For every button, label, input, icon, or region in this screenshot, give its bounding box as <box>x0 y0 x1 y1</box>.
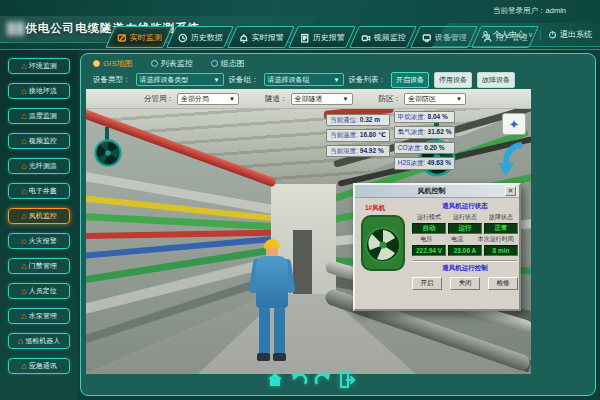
home-icon: ⌂ <box>18 337 23 346</box>
header: ██供电公司电缆隧道在线监测系统 实时监测 历史数据 实时报警 历史报警 视频监… <box>0 0 600 50</box>
sensor-oxygen: 氧气浓度:31.62 % <box>394 126 456 138</box>
tab-label: 视频监控 <box>374 32 406 43</box>
sidebar-item-fan-monitor[interactable]: ⌂风机监控 <box>8 208 70 224</box>
sidebar-item-access-control[interactable]: ⌂门禁管理 <box>8 258 70 274</box>
home-icon: ⌂ <box>21 112 26 121</box>
compass-icon: ✦ <box>502 113 526 135</box>
tunnel-select[interactable]: 全部隧道▼ <box>291 93 353 105</box>
caret-down-icon: ▼ <box>456 96 462 102</box>
radio-gis-map[interactable]: GIS地图 <box>93 58 133 69</box>
sidebar-item-temp-monitor[interactable]: ⌂温度监测 <box>8 108 70 124</box>
nav-exit-button[interactable] <box>338 371 356 389</box>
nav-back-button[interactable] <box>290 371 308 389</box>
alarm-bell-icon <box>239 32 249 42</box>
branch-select[interactable]: 全部分局▼ <box>177 93 239 105</box>
status-labels: 运行模式运行状态故障状态 <box>411 213 519 222</box>
camera-icon <box>361 32 371 42</box>
radio-scada-view[interactable]: 组态图 <box>211 58 245 69</box>
sidebar: ⌂环境监测 ⌂接地环流 ⌂温度监测 ⌂视频监控 ⌂光纤测温 ⌂电子井盖 ⌂风机监… <box>0 50 78 400</box>
logout-link[interactable]: 退出系统 <box>548 29 592 40</box>
sensor-temperature: 当前温度:16.80 ℃ <box>326 129 390 141</box>
home-icon: ⌂ <box>21 287 26 296</box>
tab-label: 实时监测 <box>130 32 162 43</box>
turn-arrow-icon[interactable] <box>498 141 530 177</box>
tab-label: 历史报警 <box>313 32 345 43</box>
sidebar-item-fire-alarm[interactable]: ⌂火灾报警 <box>8 233 70 249</box>
device-list-label: 设备列表： <box>349 75 387 85</box>
tab-history-alarm[interactable]: 历史报警 <box>288 26 356 48</box>
sensor-readouts: 当前液位:0.32 m 当前温度:16.80 ℃ 当前湿度:94.92 % 甲烷… <box>326 111 455 170</box>
dialog-titlebar[interactable]: 风机控制 ✕ <box>355 185 519 198</box>
sidebar-item-manhole-cover[interactable]: ⌂电子井盖 <box>8 183 70 199</box>
sidebar-item-env-monitor[interactable]: ⌂环境监测 <box>8 58 70 74</box>
dialog-title: 风机控制 <box>358 186 505 196</box>
device-group-label: 设备组： <box>229 75 259 85</box>
sensor-co: CO浓度:0.20 % <box>394 142 456 154</box>
device-type-label: 设备类型： <box>93 75 131 85</box>
monitor-edit-icon <box>117 32 127 42</box>
person-icon <box>481 30 490 39</box>
devices-fault-button[interactable]: 故障设备 <box>477 72 515 88</box>
status-values: 自动 运行 正常 <box>411 223 519 234</box>
sensor-h2s: H2S浓度:49.63 % <box>394 157 456 169</box>
sidebar-item-patrol-robot[interactable]: ⌂巡检机器人 <box>8 333 70 349</box>
radio-dot <box>211 60 218 67</box>
home-icon: ⌂ <box>21 62 26 71</box>
radio-dot <box>151 60 158 67</box>
device-group-select[interactable]: 请选择设备组▼ <box>264 73 344 86</box>
home-icon: ⌂ <box>21 137 26 146</box>
bottom-nav <box>266 371 356 389</box>
sensor-humidity: 当前湿度:94.92 % <box>326 145 390 157</box>
document-icon <box>300 32 310 42</box>
zone-label: 防区： <box>379 94 402 104</box>
caret-down-icon: ▼ <box>214 77 220 83</box>
user-center-link[interactable]: 个人中心∨ <box>481 29 533 40</box>
clock-icon <box>178 32 188 42</box>
home-icon: ⌂ <box>21 312 26 321</box>
radio-list-monitor[interactable]: 列表监控 <box>151 58 193 69</box>
tab-realtime-alarm[interactable]: 实时报警 <box>227 26 295 48</box>
run-state-value: 运行 <box>448 223 482 234</box>
sidebar-item-fiber-temp[interactable]: ⌂光纤测温 <box>8 158 70 174</box>
sensor-methane: 甲烷浓度:8.04 % <box>394 111 456 123</box>
fan-maintain-button[interactable]: 检修 <box>488 277 518 290</box>
devices-off-button[interactable]: 停用设备 <box>434 72 472 88</box>
home-icon: ⌂ <box>21 212 26 221</box>
power-icon <box>548 30 557 39</box>
device-type-select[interactable]: 请选择设备类型▼ <box>136 73 224 86</box>
run-mode-value: 自动 <box>412 223 446 234</box>
control-section-header: 通风机运行控制 <box>411 264 519 273</box>
tab-label: 实时报警 <box>252 32 284 43</box>
fan-start-button[interactable]: 开启 <box>412 277 442 290</box>
sidebar-item-pump-mgmt[interactable]: ⌂水泵管理 <box>8 308 70 324</box>
nav-home-button[interactable] <box>266 371 284 389</box>
home-icon: ⌂ <box>21 187 26 196</box>
sidebar-item-video-monitor[interactable]: ⌂视频监控 <box>8 133 70 149</box>
home-icon: ⌂ <box>21 162 26 171</box>
tunnel-3d-viewport[interactable]: 当前液位:0.32 m 当前温度:16.80 ℃ 当前湿度:94.92 % 甲烷… <box>86 109 531 374</box>
caret-down-icon: ▼ <box>343 96 349 102</box>
view-mode-radios: GIS地图 列表监控 组态图 <box>93 58 245 69</box>
chevron-down-icon: ∨ <box>528 31 533 39</box>
devices-on-button[interactable]: 开启设备 <box>391 72 429 88</box>
sidebar-item-personnel-location[interactable]: ⌂人员定位 <box>8 283 70 299</box>
tab-video-monitor[interactable]: 视频监控 <box>349 26 417 48</box>
divider <box>413 260 517 262</box>
sidebar-item-emergency-comm[interactable]: ⌂应急通讯 <box>8 358 70 374</box>
filter-bar: 分管局：全部分局▼ 隧道：全部隧道▼ 防区：全部防区▼ <box>86 89 531 109</box>
tab-history-data[interactable]: 历史数据 <box>166 26 234 48</box>
title-redacted: ██ <box>7 22 25 34</box>
axial-fan-icon[interactable] <box>94 139 122 167</box>
fan-id-label: 1#风机 <box>365 204 385 213</box>
control-buttons: 开启 关闭 检修 <box>411 277 519 290</box>
status-section-header: 通风机运行状态 <box>411 202 519 211</box>
nav-forward-button[interactable] <box>314 371 332 389</box>
dialog-close-button[interactable]: ✕ <box>505 186 516 196</box>
radio-dot <box>93 60 100 67</box>
worker-figure <box>246 239 306 369</box>
home-icon: ⌂ <box>21 237 26 246</box>
zone-select[interactable]: 全部防区▼ <box>404 93 466 105</box>
sidebar-item-ground-current[interactable]: ⌂接地环流 <box>8 83 70 99</box>
fan-stop-button[interactable]: 关闭 <box>450 277 480 290</box>
tab-realtime-monitor[interactable]: 实时监测 <box>105 26 173 48</box>
